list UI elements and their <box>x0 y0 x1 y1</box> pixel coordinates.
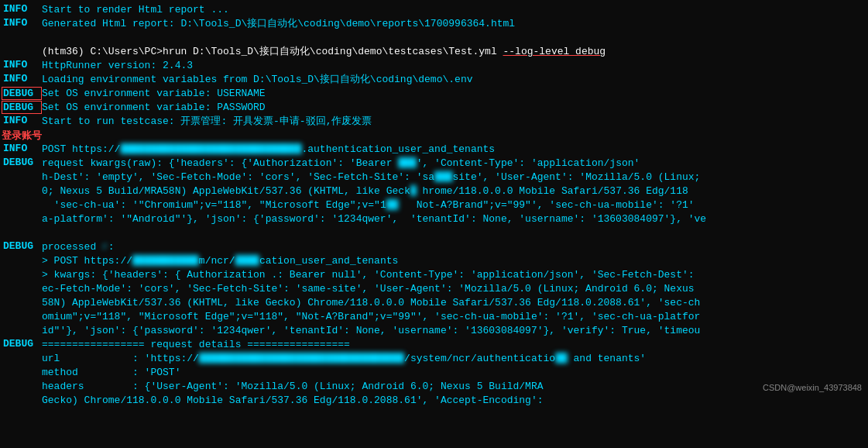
login-label: 登录账号 <box>2 129 42 143</box>
badge-empty <box>2 366 42 377</box>
log-content: method : 'POST' <box>42 366 866 380</box>
badge-empty <box>2 31 42 43</box>
log-line: 'sec-ch-ua': '"Chromium";v="118", "Micro… <box>0 198 868 212</box>
badge-empty <box>2 171 42 182</box>
log-content: Set OS environment variable: PASSWORD <box>42 101 866 115</box>
badge-empty <box>2 324 42 336</box>
badge-debug: DEBUG <box>2 157 42 168</box>
log-line: ec-Fetch-Mode': 'cors', 'Sec-Fetch-Site'… <box>0 282 868 296</box>
log-line: DEBUG Set OS environment variable: USERN… <box>0 87 868 101</box>
log-line: DEBUG request kwargs(raw): {'headers': {… <box>0 157 868 171</box>
badge-empty <box>2 254 42 266</box>
log-line: INFO POST https://██████████████████████… <box>0 143 868 157</box>
log-line: id"'}, 'json': {'password': '1234qwer', … <box>0 324 868 338</box>
log-content <box>42 31 866 45</box>
log-line: 58N) AppleWebKit/537.36 (KHTML, like Gec… <box>0 296 868 310</box>
log-line: INFO Start to render Html report ... <box>0 3 868 17</box>
badge-debug: DEBUG <box>2 87 42 100</box>
log-content: omium";v="118", "Microsoft Edge";v="118"… <box>42 310 866 324</box>
log-line: url : 'https://█████████████████████████… <box>0 352 868 366</box>
badge-empty <box>2 310 42 322</box>
log-content: h-Dest': 'empty', 'Sec-Fetch-Mode': 'cor… <box>42 171 866 184</box>
log-content <box>42 226 866 240</box>
log-content: 'sec-ch-ua': '"Chromium";v="118", "Micro… <box>42 198 866 212</box>
log-content: url : 'https://█████████████████████████… <box>42 352 866 366</box>
log-line: method : 'POST' <box>0 366 868 380</box>
log-line: DEBUG processed r: <box>0 240 868 254</box>
badge-info: INFO <box>2 115 42 126</box>
log-line: > POST https://███████████m/ncr/████cati… <box>0 254 868 268</box>
log-line: > kwargs: {'headers': { Authorization .:… <box>0 268 868 282</box>
badge-empty <box>2 296 42 308</box>
log-content: Start to run testcase: 开票管理: 开具发票-申请-驳回,… <box>42 115 866 129</box>
log-content: (htm36) C:\Users\PC>hrun D:\Tools_D\接口自动… <box>42 45 866 59</box>
badge-info: INFO <box>2 73 42 84</box>
log-content: > POST https://███████████m/ncr/████cati… <box>42 254 866 268</box>
badge-info: INFO <box>2 17 42 29</box>
log-content: processed r: <box>42 240 866 254</box>
log-content: POST https://███████████████████████████… <box>42 143 866 157</box>
log-line: omium";v="118", "Microsoft Edge";v="118"… <box>0 310 868 324</box>
log-content: Set OS environment variable: USERNAME <box>42 87 866 101</box>
log-line <box>0 226 868 240</box>
log-line: headers : {'User-Agent': 'Mozilla/5.0 (L… <box>0 380 868 394</box>
log-line: INFO HttpRunner version: 2.4.3 <box>0 59 868 73</box>
terminal-window: INFO Start to render Html report ... INF… <box>0 0 868 448</box>
log-line: (htm36) C:\Users\PC>hrun D:\Tools_D\接口自动… <box>0 45 868 59</box>
log-line: DEBUG Set OS environment variable: PASSW… <box>0 101 868 115</box>
badge-empty <box>2 184 42 196</box>
log-line: INFO Start to run testcase: 开票管理: 开具发票-申… <box>0 115 868 129</box>
log-content: request kwargs(raw): {'headers': {'Autho… <box>42 157 866 171</box>
log-content: headers : {'User-Agent': 'Mozilla/5.0 (L… <box>42 380 866 394</box>
log-content: > kwargs: {'headers': { Authorization .:… <box>42 268 866 282</box>
log-content: ================= request details ======… <box>42 338 866 352</box>
badge-debug: DEBUG <box>2 240 42 252</box>
log-line: 登录账号 <box>0 129 868 143</box>
log-content: Generated Html report: D:\Tools_D\接口自动化\… <box>42 17 866 31</box>
badge-info: INFO <box>2 143 42 154</box>
log-line: DEBUG ================= request details … <box>0 338 868 352</box>
log-content: ec-Fetch-Mode': 'cors', 'Sec-Fetch-Site'… <box>42 282 866 296</box>
log-content: HttpRunner version: 2.4.3 <box>42 59 866 73</box>
badge-empty <box>2 226 42 238</box>
log-line: h-Dest': 'empty', 'Sec-Fetch-Mode': 'cor… <box>0 171 868 184</box>
log-content: 58N) AppleWebKit/537.36 (KHTML, like Gec… <box>42 296 866 310</box>
log-content: 0; Nexus 5 Build/MRA58N) AppleWebKit/537… <box>42 184 866 198</box>
log-line <box>0 31 868 45</box>
badge-debug: DEBUG <box>2 101 42 114</box>
log-line: Gecko) Chrome/118.0.0.0 Mobile Safari/53… <box>0 394 868 408</box>
badge-empty <box>2 198 42 210</box>
log-content: Start to render Html report ... <box>42 3 866 17</box>
log-line: INFO Loading environment variables from … <box>0 73 868 87</box>
badge-empty <box>2 45 42 57</box>
log-content: id"'}, 'json': {'password': '1234qwer', … <box>42 324 866 338</box>
badge-empty <box>2 268 42 280</box>
badge-empty <box>2 394 42 405</box>
badge-empty <box>2 352 42 364</box>
log-content: a-platform': '"Android"'}, 'json': {'pas… <box>42 212 866 226</box>
badge-empty <box>2 380 42 391</box>
badge-debug: DEBUG <box>2 338 42 350</box>
badge-info: INFO <box>2 3 42 15</box>
badge-info: INFO <box>2 59 42 71</box>
log-line: a-platform': '"Android"'}, 'json': {'pas… <box>0 212 868 226</box>
badge-empty <box>2 212 42 224</box>
badge-empty <box>2 282 42 294</box>
log-line: 0; Nexus 5 Build/MRA58N) AppleWebKit/537… <box>0 184 868 198</box>
log-content: Loading environment variables from D:\To… <box>42 73 866 87</box>
log-line: INFO Generated Html report: D:\Tools_D\接… <box>0 17 868 31</box>
log-content: Gecko) Chrome/118.0.0.0 Mobile Safari/53… <box>42 394 866 408</box>
